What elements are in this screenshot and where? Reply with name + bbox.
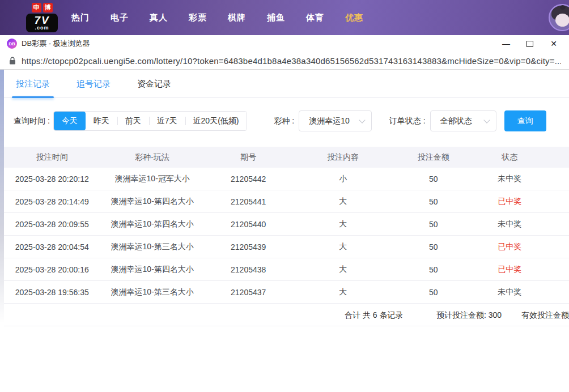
- tab-bet-records[interactable]: 投注记录: [16, 79, 50, 97]
- logo-box: 7V .com: [26, 14, 58, 32]
- bet-content-cell: 大: [292, 287, 393, 297]
- site-favicon: DB: [7, 39, 17, 49]
- bet-amount-cell: 50: [394, 265, 473, 274]
- table-row: 2025-03-28 19:56:35 澳洲幸运10-第三名大小 2120543…: [4, 281, 569, 304]
- tab-fund-records[interactable]: 资金记录: [137, 79, 171, 97]
- logo-suffix-text: .com: [29, 25, 54, 31]
- ssl-lock-icon[interactable]: [9, 57, 16, 65]
- table-row: 2025-03-28 20:20:12 澳洲幸运10-冠军大小 21205442…: [4, 168, 569, 190]
- bet-amount-cell: 50: [394, 242, 473, 252]
- col-bet-amount: 投注金额: [394, 152, 473, 163]
- nav-item-fishing[interactable]: 捕鱼: [267, 12, 285, 23]
- lottery-filter-label: 彩种 :: [274, 116, 294, 126]
- avatar-face: [555, 14, 569, 27]
- url-text[interactable]: https://ctopcp02pcali.uengi5e.com/lotter…: [22, 56, 561, 66]
- col-game-play: 彩种-玩法: [100, 152, 204, 163]
- status-cell: 未中奖: [473, 287, 546, 297]
- time-filter-group: 今天 昨天 前天 近7天 近20天(低频): [53, 111, 248, 131]
- filter-bar: 查询时间 : 今天 昨天 前天 近7天 近20天(低频) 彩种 : 澳洲幸运10…: [4, 98, 569, 131]
- time-option-daybefore[interactable]: 前天: [117, 112, 149, 130]
- address-bar[interactable]: https://ctopcp02pcali.uengi5e.com/lotter…: [0, 52, 569, 70]
- game-play-cell: 澳洲幸运10-第四名大小: [100, 219, 204, 229]
- table-row: 2025-03-28 20:09:55 澳洲幸运10-第四名大小 2120544…: [4, 213, 569, 236]
- game-play-cell: 澳洲幸运10-第三名大小: [100, 287, 204, 297]
- issue-cell: 21205438: [205, 265, 292, 274]
- time-filter-label: 查询时间 :: [14, 116, 50, 126]
- bet-content-cell: 大: [292, 219, 393, 229]
- bet-amount-cell: 50: [394, 174, 473, 184]
- game-play-cell: 澳洲幸运10-第三名大小: [100, 242, 204, 252]
- bet-time-cell: 2025-03-28 20:00:16: [4, 265, 100, 274]
- bet-time-cell: 2025-03-28 20:20:12: [4, 174, 100, 184]
- issue-cell: 21205442: [205, 174, 292, 184]
- close-button[interactable]: ✕: [542, 36, 566, 52]
- issue-cell: 21205439: [205, 242, 292, 252]
- chevron-down-icon: [359, 117, 365, 123]
- record-tabs: 投注记录 追号记录 资金记录: [4, 70, 569, 98]
- user-avatar[interactable]: [549, 4, 569, 31]
- nav-item-cards[interactable]: 棋牌: [228, 12, 246, 23]
- table-row: 2025-03-28 20:00:16 澳洲幸运10-第四名大小 2120543…: [4, 258, 569, 281]
- col-bet-content: 投注内容: [292, 152, 393, 163]
- nav-item-live[interactable]: 真人: [150, 12, 168, 23]
- records-card: 投注记录 追号记录 资金记录 查询时间 : 今天 昨天 前天 近7天 近20天(…: [4, 70, 569, 392]
- lottery-select[interactable]: 澳洲幸运10: [299, 110, 372, 131]
- search-button[interactable]: 查询: [504, 110, 546, 131]
- site-logo[interactable]: 申 博 7V .com: [26, 3, 58, 32]
- chevron-down-icon: [483, 117, 490, 123]
- bet-content-cell: 大: [292, 197, 393, 207]
- time-option-last20days[interactable]: 近20天(低频): [185, 112, 247, 130]
- logo-badge-left: 申: [32, 3, 41, 12]
- summary-valid-amount: 有效投注金额: [521, 310, 569, 321]
- table-body: 2025-03-28 20:20:12 澳洲幸运10-冠军大小 21205442…: [4, 168, 569, 304]
- game-play-cell: 澳洲幸运10-第四名大小: [100, 265, 204, 275]
- summary-expected-amount: 预计投注金额: 300: [436, 310, 502, 321]
- time-option-today[interactable]: 今天: [54, 112, 86, 130]
- tab-chase-records[interactable]: 追号记录: [77, 79, 111, 97]
- bet-time-cell: 2025-03-28 20:14:49: [4, 197, 100, 206]
- game-play-cell: 澳洲幸运10-第四名大小: [100, 197, 204, 207]
- nav-item-hot[interactable]: 热门: [71, 12, 90, 23]
- logo-badge-right: 博: [43, 3, 53, 12]
- nav-item-promo[interactable]: 优惠: [345, 12, 363, 23]
- bet-amount-cell: 50: [394, 220, 473, 229]
- page-content: 投注记录 追号记录 资金记录 查询时间 : 今天 昨天 前天 近7天 近20天(…: [0, 70, 569, 392]
- bet-content-cell: 大: [292, 242, 393, 252]
- main-nav: 热门 电子 真人 彩票 棋牌 捕鱼 体育 优惠: [71, 12, 363, 23]
- bet-content-cell: 小: [292, 174, 393, 184]
- status-filter-label: 订单状态 :: [389, 116, 426, 126]
- col-issue: 期号: [205, 152, 292, 163]
- col-status: 状态: [473, 152, 546, 163]
- table-header: 投注时间 彩种-玩法 期号 投注内容 投注金额 状态: [4, 147, 569, 168]
- status-cell: 已中奖: [473, 242, 546, 252]
- bet-content-cell: 大: [292, 265, 393, 275]
- table-row: 2025-03-28 20:14:49 澳洲幸运10-第四名大小 2120544…: [4, 190, 569, 213]
- maximize-icon: [526, 41, 533, 47]
- table-summary: 合计 共 6 条记录 预计投注金额: 300 有效投注金额: [4, 304, 569, 326]
- site-banner: 申 博 7V .com 热门 电子 真人 彩票 棋牌 捕鱼 体育 优惠: [0, 0, 569, 35]
- avatar-bun: [560, 5, 566, 10]
- status-cell: 已中奖: [473, 265, 546, 275]
- maximize-button[interactable]: [518, 36, 542, 52]
- order-status-select[interactable]: 全部状态: [430, 110, 496, 131]
- logo-badges: 申 博: [32, 3, 53, 12]
- logo-main-text: 7V: [29, 15, 54, 25]
- time-option-last7days[interactable]: 近7天: [149, 112, 185, 130]
- bet-time-cell: 2025-03-28 20:04:54: [4, 242, 100, 252]
- status-cell: 未中奖: [473, 219, 546, 229]
- issue-cell: 21205440: [205, 220, 292, 229]
- order-status-value: 全部状态: [440, 116, 472, 126]
- window-title: DB彩票 - 极速浏览器: [22, 39, 90, 49]
- nav-item-sports[interactable]: 体育: [306, 12, 324, 23]
- issue-cell: 21205441: [205, 197, 292, 206]
- time-option-yesterday[interactable]: 昨天: [86, 112, 117, 130]
- nav-item-lottery[interactable]: 彩票: [189, 12, 207, 23]
- issue-cell: 21205437: [205, 288, 292, 297]
- nav-item-slots[interactable]: 电子: [111, 12, 129, 23]
- status-cell: 未中奖: [473, 174, 546, 184]
- bet-time-cell: 2025-03-28 20:09:55: [4, 220, 100, 229]
- bet-records-table: 投注时间 彩种-玩法 期号 投注内容 投注金额 状态 2025-03-28 20…: [4, 147, 569, 326]
- bet-amount-cell: 50: [394, 288, 473, 297]
- minimize-button[interactable]: —: [494, 36, 518, 52]
- lottery-select-value: 澳洲幸运10: [309, 116, 350, 126]
